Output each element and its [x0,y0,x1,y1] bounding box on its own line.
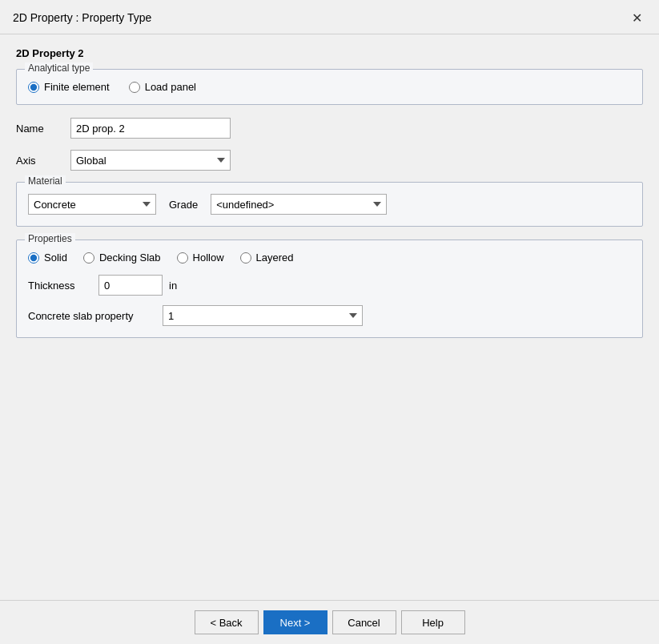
solid-option[interactable]: Solid [28,252,67,264]
material-group-label: Material [25,175,66,187]
axis-label: Axis [16,155,64,167]
back-button[interactable]: < Back [195,610,259,634]
unit-label: in [169,280,177,292]
axis-select[interactable]: Global Local [70,150,231,171]
dialog-content: 2D Property 2 Analytical type Finite ele… [0,34,659,600]
layered-radio[interactable] [240,252,251,264]
axis-row: Axis Global Local [16,150,643,171]
material-select[interactable]: Concrete Steel Timber [28,194,156,215]
cancel-button[interactable]: Cancel [332,610,396,634]
layered-label: Layered [256,252,294,264]
solid-label: Solid [44,252,67,264]
name-input[interactable] [70,118,231,139]
thickness-input[interactable] [98,275,163,296]
grade-select[interactable]: <undefined> [211,194,387,215]
name-label: Name [16,123,64,135]
material-row: Concrete Steel Timber Grade <undefined> [28,191,631,215]
layered-option[interactable]: Layered [240,252,294,264]
hollow-option[interactable]: Hollow [177,252,224,264]
title-bar: 2D Property : Property Type ✕ [0,0,659,34]
thickness-label: Thickness [28,280,92,292]
props-radio-row: Solid Decking Slab Hollow Layered [28,252,631,264]
footer: < Back Next > Cancel Help [0,600,659,644]
load-panel-radio[interactable] [129,82,140,93]
finite-element-option[interactable]: Finite element [28,81,110,93]
concrete-slab-label: Concrete slab property [28,310,156,322]
name-row: Name [16,118,643,139]
help-button[interactable]: Help [401,610,465,634]
decking-slab-radio[interactable] [83,252,94,264]
load-panel-option[interactable]: Load panel [129,81,196,93]
hollow-label: Hollow [193,252,224,264]
close-button[interactable]: ✕ [627,8,646,27]
load-panel-label: Load panel [145,81,196,93]
concrete-slab-select[interactable]: 1 2 3 [163,305,363,326]
properties-group-label: Properties [25,233,75,244]
finite-element-radio[interactable] [28,82,39,93]
solid-radio[interactable] [28,252,39,264]
analytical-type-label: Analytical type [25,62,93,74]
next-button[interactable]: Next > [263,610,327,634]
decking-slab-option[interactable]: Decking Slab [83,252,161,264]
material-group: Material Concrete Steel Timber Grade <un… [16,182,643,227]
slab-row: Concrete slab property 1 2 3 [28,305,631,326]
hollow-radio[interactable] [177,252,188,264]
properties-group: Properties Solid Decking Slab Hollow [16,239,643,338]
dialog-title: 2D Property : Property Type [13,11,151,24]
decking-slab-label: Decking Slab [99,252,161,264]
property-title: 2D Property 2 [16,47,643,59]
analytical-type-group: Analytical type Finite element Load pane… [16,69,643,105]
thickness-row: Thickness in [28,275,631,296]
dialog: 2D Property : Property Type ✕ 2D Propert… [0,0,659,644]
properties-inner: Solid Decking Slab Hollow Layered [28,248,631,326]
analytical-type-radio-row: Finite element Load panel [28,78,631,93]
grade-label: Grade [169,199,198,211]
finite-element-label: Finite element [44,81,110,93]
